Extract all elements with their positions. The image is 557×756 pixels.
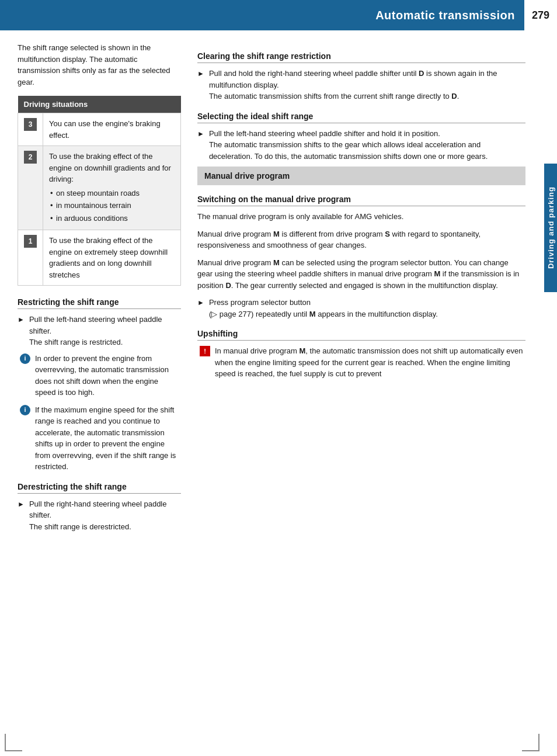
switching-arrow-text: Press program selector button(▷ page 277… [209, 297, 525, 320]
selecting-arrow-item: ► Pull the left-hand steering wheel padd… [197, 128, 525, 162]
left-column: The shift range selected is shown in the… [18, 42, 181, 537]
arrow-icon-5: ► [197, 297, 204, 320]
switching-para1: The manual drive program is only availab… [197, 211, 525, 223]
restricting-heading: Restricting the shift range [18, 297, 181, 309]
arrow-icon-4: ► [197, 129, 204, 162]
switching-para2: Manual drive program M is different from… [197, 228, 525, 251]
side-tab: Driving and parking [544, 164, 557, 292]
gear-1-text: To use the braking effect of the engine … [43, 230, 181, 286]
selecting-heading: Selecting the ideal shift range [197, 112, 525, 123]
selecting-arrow-text: Pull the left-hand steering wheel paddle… [209, 128, 525, 162]
warning-icon: ! [200, 346, 210, 356]
corner-mark-bl [5, 734, 22, 751]
upshifting-heading-text: Upshifting [197, 329, 238, 338]
gear-2-bullets: on steep mountain roads in mountainous t… [49, 188, 175, 224]
info-icon-2: i [20, 405, 30, 415]
intro-paragraph: The shift range selected is shown in the… [18, 42, 181, 88]
gear-2-text: To use the braking effect of the engine … [43, 146, 181, 230]
derestricting-arrow-text: Pull the right-hand steering wheel paddl… [29, 498, 181, 533]
list-item: in arduous conditions [49, 213, 175, 224]
gear-1-cell: 1 [18, 230, 43, 286]
side-tab-text: Driving and parking [546, 186, 555, 269]
manual-section-box: Manual drive program [197, 167, 525, 185]
clearing-arrow-item: ► Pull and hold the right-hand steering … [197, 68, 525, 102]
clearing-heading: Clearing the shift range restriction [197, 51, 525, 63]
info-item-2: i If the maximum engine speed for the sh… [18, 404, 181, 473]
restricting-arrow-item: ► Pull the left-hand steering wheel padd… [18, 314, 181, 348]
header-title-area: Automatic transmission 279 [375, 0, 557, 30]
arrow-icon: ► [18, 314, 25, 348]
gear-2-cell: 2 [18, 146, 43, 230]
gear-3-cell: 3 [18, 113, 43, 146]
table-row: 3 You can use the engine's braking effec… [18, 113, 181, 146]
info-icon-1: i [20, 353, 30, 364]
content-wrapper: The shift range selected is shown in the… [0, 30, 557, 549]
list-item: in mountainous terrain [49, 200, 175, 211]
upshifting-heading: Upshifting [197, 329, 525, 341]
arrow-icon-3: ► [197, 68, 204, 102]
arrow-icon-2: ► [18, 499, 25, 533]
gear-3-text: You can use the engine's braking effect. [43, 113, 181, 146]
upshifting-warning-text: In manual drive program M, the automatic… [215, 345, 525, 380]
header-title: Automatic transmission [375, 9, 524, 22]
switching-heading-text: Switching on the manual drive program [197, 195, 351, 204]
switching-para3: Manual drive program M can be selected u… [197, 257, 525, 292]
page-number-box: 279 [524, 0, 557, 30]
driving-situations-table: Driving situations 3 You can use the eng… [18, 96, 181, 286]
gear-2-badge: 2 [24, 151, 37, 164]
corner-mark-br [522, 734, 539, 751]
derestricting-heading: Derestricting the shift range [18, 482, 181, 494]
upshifting-warning: ! In manual drive program M, the automat… [197, 345, 525, 380]
clearing-heading-text: Clearing the shift range restriction [197, 51, 331, 61]
page-number: 279 [532, 9, 549, 22]
switching-heading: Switching on the manual drive program [197, 195, 525, 206]
gear-1-badge: 1 [24, 235, 37, 248]
table-row: 2 To use the braking effect of the engin… [18, 146, 181, 230]
derestricting-arrow-item: ► Pull the right-hand steering wheel pad… [18, 498, 181, 533]
list-item: on steep mountain roads [49, 188, 175, 199]
table-heading: Driving situations [18, 96, 181, 113]
header-bar: Automatic transmission 279 [0, 0, 557, 30]
info-text-1: In order to prevent the engine from over… [35, 353, 181, 398]
selecting-heading-text: Selecting the ideal shift range [197, 112, 313, 121]
info-item-1: i In order to prevent the engine from ov… [18, 353, 181, 398]
table-row: 1 To use the braking effect of the engin… [18, 230, 181, 286]
right-column: Clearing the shift range restriction ► P… [197, 42, 539, 537]
info-text-2: If the maximum engine speed for the shif… [35, 404, 181, 473]
gear-3-badge: 3 [24, 118, 37, 131]
restricting-arrow-text: Pull the left-hand steering wheel paddle… [29, 314, 181, 348]
clearing-arrow-text: Pull and hold the right-hand steering wh… [209, 68, 525, 102]
switching-arrow-item: ► Press program selector button(▷ page 2… [197, 297, 525, 320]
